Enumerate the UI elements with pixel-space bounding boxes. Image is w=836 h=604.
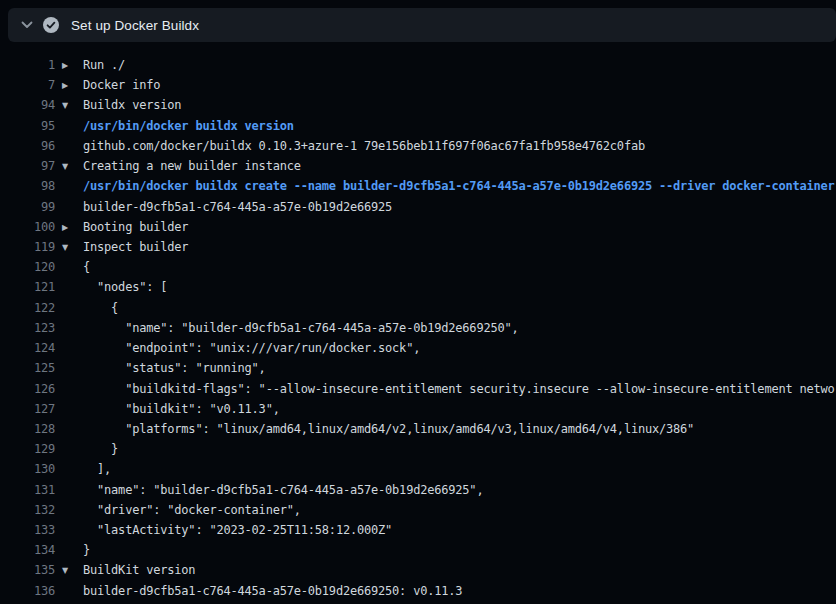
log-row: 121 "nodes": [ [0, 277, 836, 297]
log-line-content[interactable]: ▼Inspect builder [55, 237, 188, 257]
line-number[interactable]: 100 [0, 217, 55, 237]
log-text: } [83, 543, 90, 557]
log-group-header[interactable]: 1▶Run ./ [0, 55, 836, 75]
log-line-content[interactable]: ▶Docker info [55, 75, 160, 95]
step-header[interactable]: Set up Docker Buildx [8, 8, 836, 42]
log-text: "endpoint": "unix:///var/run/docker.sock… [83, 341, 420, 355]
log-text: builder-d9cfb5a1-c764-445a-a57e-0b19d2e6… [83, 200, 392, 214]
log-text: Buildx version [83, 98, 181, 112]
log-line-content: "name": "builder-d9cfb5a1-c764-445a-a57e… [55, 318, 519, 338]
line-number[interactable]: 7 [0, 75, 55, 95]
log-row: 129 } [0, 439, 836, 459]
line-number[interactable]: 135 [0, 560, 55, 580]
log-line-content: "name": "builder-d9cfb5a1-c764-445a-a57e… [55, 480, 483, 500]
log-line-content: github.com/docker/buildx 0.10.3+azure-1 … [55, 136, 645, 156]
line-number[interactable]: 96 [0, 136, 55, 156]
log-group-header[interactable]: 100▶Booting builder [0, 217, 836, 237]
log-line-content: builder-d9cfb5a1-c764-445a-a57e-0b19d2e6… [55, 197, 392, 217]
line-number[interactable]: 120 [0, 257, 55, 277]
log-line-content[interactable]: ▶Booting builder [55, 217, 188, 237]
log-text: "lastActivity": "2023-02-25T11:58:12.000… [83, 523, 392, 537]
line-number[interactable]: 132 [0, 500, 55, 520]
line-number[interactable]: 134 [0, 540, 55, 560]
log-group-header[interactable]: 97▼Creating a new builder instance [0, 156, 836, 176]
log-text: /usr/bin/docker buildx create --name bui… [83, 179, 835, 193]
caret-expanded-icon: ▼ [62, 157, 83, 176]
line-number[interactable]: 123 [0, 318, 55, 338]
caret-collapsed-icon: ▶ [62, 218, 83, 237]
log-text: Docker info [83, 78, 160, 92]
line-number[interactable]: 95 [0, 116, 55, 136]
line-number[interactable]: 119 [0, 237, 55, 257]
line-number[interactable]: 131 [0, 480, 55, 500]
line-number[interactable]: 121 [0, 277, 55, 297]
log-line-content: "nodes": [ [55, 277, 167, 297]
caret-collapsed-icon: ▶ [62, 76, 83, 95]
line-number[interactable]: 1 [0, 55, 55, 75]
log-line-content[interactable]: ▼Buildx version [55, 95, 181, 115]
line-number[interactable]: 128 [0, 419, 55, 439]
line-number[interactable]: 98 [0, 176, 55, 196]
log-text: "status": "running", [83, 361, 266, 375]
caret-collapsed-icon: ▶ [62, 56, 83, 75]
line-number[interactable]: 125 [0, 358, 55, 378]
log-row: 132 "driver": "docker-container", [0, 500, 836, 520]
caret-expanded-icon: ▼ [62, 561, 83, 580]
log-row: 126 "buildkitd-flags": "--allow-insecure… [0, 379, 836, 399]
line-number[interactable]: 127 [0, 399, 55, 419]
log-text: builder-d9cfb5a1-c764-445a-a57e-0b19d2e6… [83, 584, 462, 598]
line-number[interactable]: 122 [0, 298, 55, 318]
log-text: github.com/docker/buildx 0.10.3+azure-1 … [83, 139, 645, 153]
log-text: Run ./ [83, 58, 125, 72]
check-circle-icon [43, 17, 59, 33]
line-number[interactable]: 99 [0, 197, 55, 217]
log-group-header[interactable]: 135▼BuildKit version [0, 560, 836, 580]
log-row: 95/usr/bin/docker buildx version [0, 116, 836, 136]
line-number[interactable]: 129 [0, 439, 55, 459]
line-number[interactable]: 97 [0, 156, 55, 176]
log-line-content: /usr/bin/docker buildx create --name bui… [55, 176, 835, 196]
log-row: 96github.com/docker/buildx 0.10.3+azure-… [0, 136, 836, 156]
log-row: 125 "status": "running", [0, 358, 836, 378]
log-line-content[interactable]: ▼Creating a new builder instance [55, 156, 301, 176]
log-row: 136builder-d9cfb5a1-c764-445a-a57e-0b19d… [0, 581, 836, 601]
log-text: "name": "builder-d9cfb5a1-c764-445a-a57e… [83, 483, 483, 497]
log-group-header[interactable]: 119▼Inspect builder [0, 237, 836, 257]
line-number[interactable]: 124 [0, 338, 55, 358]
log-line-content[interactable]: ▼BuildKit version [55, 560, 195, 580]
log-text: { [83, 260, 90, 274]
line-number[interactable]: 126 [0, 379, 55, 399]
step-title: Set up Docker Buildx [71, 18, 199, 33]
log-line-content: /usr/bin/docker buildx version [55, 116, 294, 136]
log-row: 120{ [0, 257, 836, 277]
log-row: 131 "name": "builder-d9cfb5a1-c764-445a-… [0, 480, 836, 500]
log-line-content: "lastActivity": "2023-02-25T11:58:12.000… [55, 520, 392, 540]
log-text: Booting builder [83, 220, 188, 234]
log-row: 122 { [0, 298, 836, 318]
log-line-content: "endpoint": "unix:///var/run/docker.sock… [55, 338, 420, 358]
log-row: 134} [0, 540, 836, 560]
line-number[interactable]: 94 [0, 95, 55, 115]
log-row: 99builder-d9cfb5a1-c764-445a-a57e-0b19d2… [0, 197, 836, 217]
log-text: { [83, 301, 118, 315]
log-line-content: { [55, 257, 90, 277]
line-number[interactable]: 133 [0, 520, 55, 540]
log-text: "name": "builder-d9cfb5a1-c764-445a-a57e… [83, 321, 519, 335]
log-line-content: { [55, 298, 118, 318]
log-line-content: builder-d9cfb5a1-c764-445a-a57e-0b19d2e6… [55, 581, 462, 601]
log-row: 127 "buildkit": "v0.11.3", [0, 399, 836, 419]
caret-expanded-icon: ▼ [62, 238, 83, 257]
line-number[interactable]: 136 [0, 581, 55, 601]
log-line-content: ], [55, 459, 111, 479]
log-row: 123 "name": "builder-d9cfb5a1-c764-445a-… [0, 318, 836, 338]
line-number[interactable]: 130 [0, 459, 55, 479]
log-line-content: "platforms": "linux/amd64,linux/amd64/v2… [55, 419, 694, 439]
log-group-header[interactable]: 7▶Docker info [0, 75, 836, 95]
caret-expanded-icon: ▼ [62, 96, 83, 115]
chevron-down-icon[interactable] [20, 19, 34, 31]
log-text: "buildkit": "v0.11.3", [83, 402, 280, 416]
log-group-header[interactable]: 94▼Buildx version [0, 95, 836, 115]
log-row: 98/usr/bin/docker buildx create --name b… [0, 176, 836, 196]
log-line-content[interactable]: ▶Run ./ [55, 55, 125, 75]
log-line-content: } [55, 439, 118, 459]
